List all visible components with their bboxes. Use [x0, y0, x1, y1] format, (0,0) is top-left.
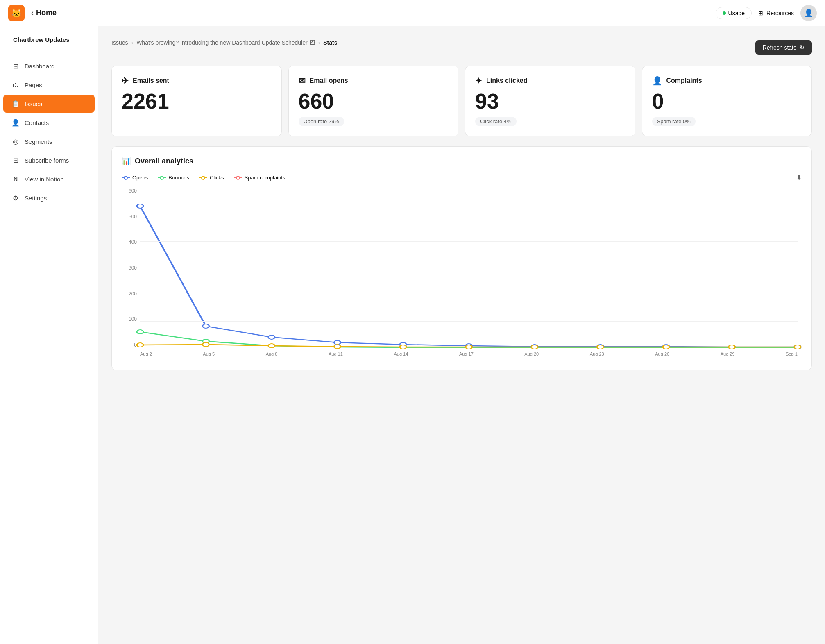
- x-axis-labels: Aug 2 Aug 5 Aug 8 Aug 11 Aug 14 Aug 17 A…: [140, 348, 798, 360]
- complaints-icon: 👤: [652, 76, 662, 86]
- refresh-stats-label: Refresh stats: [763, 44, 796, 51]
- complaints-label: Complaints: [666, 77, 702, 84]
- links-clicked-value: 93: [475, 91, 625, 112]
- chart-container: 600 500 400 300 200 100 0: [122, 188, 802, 360]
- clicks-legend-label: Clicks: [210, 175, 224, 181]
- breadcrumb-campaign: What's brewing? Introducing the new Dash…: [136, 39, 315, 46]
- x-label-aug11: Aug 11: [329, 351, 343, 356]
- grid-line-4: [140, 295, 798, 295]
- topbar: 🐱 ‹ Home Usage ⊞ Resources 👤: [0, 0, 825, 26]
- opens-legend-label: Opens: [132, 175, 148, 181]
- usage-dot-icon: [723, 11, 726, 15]
- stat-card-complaints: 👤 Complaints 0 Spam rate 0%: [642, 66, 812, 136]
- bounces-legend-label: Bounces: [168, 175, 189, 181]
- emails-sent-label: Emails sent: [133, 77, 169, 84]
- grid-lines: [140, 188, 798, 348]
- sidebar-brand: Chartbrew Updates: [5, 36, 78, 50]
- sidebar-item-dashboard[interactable]: ⊞ Dashboard: [3, 57, 95, 75]
- sidebar-nav: ⊞ Dashboard 🗂 Pages 📋 Issues 👤 Contacts …: [0, 57, 98, 207]
- y-label-100: 100: [129, 316, 137, 322]
- sidebar-item-issues[interactable]: 📋 Issues: [3, 95, 95, 113]
- sidebar-item-label: Pages: [25, 82, 42, 88]
- x-label-aug29: Aug 29: [721, 351, 735, 356]
- x-label-aug8: Aug 8: [266, 351, 278, 356]
- legend-opens: Opens: [122, 175, 148, 181]
- email-opens-icon: ✉: [299, 76, 306, 86]
- breadcrumb-current: Stats: [323, 39, 337, 46]
- sidebar-item-label: Segments: [25, 138, 52, 145]
- settings-icon: ⚙: [11, 194, 20, 202]
- open-rate-badge: Open rate 29%: [299, 117, 344, 126]
- contacts-icon: 👤: [11, 118, 20, 127]
- analytics-header: 📊 Overall analytics: [122, 156, 802, 166]
- sidebar-item-view-in-notion[interactable]: N View in Notion: [3, 170, 95, 188]
- stat-card-links-clicked: ✦ Links clicked 93 Click rate 4%: [465, 66, 635, 136]
- refresh-stats-button[interactable]: Refresh stats ↻: [755, 40, 812, 55]
- resources-button[interactable]: ⊞ Resources: [758, 10, 794, 16]
- svg-point-3: [160, 176, 163, 179]
- x-label-aug2: Aug 2: [140, 351, 152, 356]
- opens-legend-icon: [122, 175, 130, 180]
- spam-legend-icon: [234, 175, 242, 180]
- stat-card-header: 👤 Complaints: [652, 76, 802, 86]
- y-label-300: 300: [129, 265, 137, 271]
- legend-spam: Spam complaints: [234, 175, 286, 181]
- home-back-button[interactable]: ‹ Home: [31, 9, 57, 17]
- analytics-title: Overall analytics: [135, 157, 193, 166]
- sidebar-item-label: Subscribe forms: [25, 157, 69, 164]
- y-label-600: 600: [129, 188, 137, 194]
- y-label-200: 200: [129, 291, 137, 297]
- x-label-aug20: Aug 20: [524, 351, 539, 356]
- stat-card-header: ✉ Email opens: [299, 76, 449, 86]
- usage-label: Usage: [728, 10, 745, 16]
- breadcrumb-sep-2: ›: [318, 39, 320, 46]
- sidebar-item-contacts[interactable]: 👤 Contacts: [3, 113, 95, 132]
- logo: 🐱: [8, 5, 25, 21]
- breadcrumb-issues[interactable]: Issues: [111, 39, 128, 46]
- notion-icon: N: [11, 175, 20, 183]
- main-content: Issues › What's brewing? Introducing the…: [98, 26, 825, 644]
- bounces-legend-icon: [158, 175, 166, 180]
- x-label-aug26: Aug 26: [655, 351, 669, 356]
- chart-area: [140, 188, 798, 348]
- usage-button[interactable]: Usage: [716, 7, 752, 19]
- svg-point-1: [124, 176, 127, 179]
- y-axis-labels: 600 500 400 300 200 100 0: [122, 188, 140, 348]
- x-label-aug23: Aug 23: [590, 351, 604, 356]
- svg-point-5: [202, 176, 205, 179]
- links-clicked-label: Links clicked: [486, 77, 528, 84]
- download-icon[interactable]: ⬇: [796, 174, 802, 181]
- spam-rate-badge: Spam rate 0%: [652, 117, 696, 126]
- email-opens-value: 660: [299, 91, 449, 112]
- sidebar-item-label: Settings: [25, 195, 47, 202]
- sidebar: Chartbrew Updates ⊞ Dashboard 🗂 Pages 📋 …: [0, 26, 98, 644]
- resources-label: Resources: [766, 10, 794, 16]
- stat-card-emails-sent: ✈ Emails sent 2261: [111, 66, 282, 136]
- sidebar-item-pages[interactable]: 🗂 Pages: [3, 76, 95, 94]
- stats-grid: ✈ Emails sent 2261 ✉ Email opens 660 Ope…: [111, 66, 812, 136]
- grid-line-3: [140, 268, 798, 268]
- click-rate-badge: Click rate 4%: [475, 117, 517, 126]
- y-label-400: 400: [129, 239, 137, 245]
- stat-card-header: ✦ Links clicked: [475, 76, 625, 86]
- layout: Chartbrew Updates ⊞ Dashboard 🗂 Pages 📋 …: [0, 26, 825, 644]
- analytics-icon: 📊: [122, 156, 131, 166]
- user-avatar[interactable]: 👤: [800, 5, 817, 21]
- sidebar-item-label: Dashboard: [25, 63, 54, 70]
- sidebar-item-subscribe-forms[interactable]: ⊞ Subscribe forms: [3, 151, 95, 169]
- refresh-icon: ↻: [800, 44, 805, 51]
- email-opens-label: Email opens: [310, 77, 348, 84]
- back-arrow-icon: ‹: [31, 9, 34, 17]
- dashboard-icon: ⊞: [11, 62, 20, 70]
- spam-legend-label: Spam complaints: [245, 175, 286, 181]
- sidebar-item-label: View in Notion: [25, 176, 64, 183]
- issues-icon: 📋: [11, 100, 20, 108]
- grid-line-2: [140, 241, 798, 242]
- sidebar-item-segments[interactable]: ◎ Segments: [3, 132, 95, 150]
- emails-sent-icon: ✈: [122, 76, 129, 86]
- resources-icon: ⊞: [758, 10, 763, 16]
- legend-clicks: Clicks: [199, 175, 224, 181]
- sidebar-item-settings[interactable]: ⚙ Settings: [3, 189, 95, 207]
- home-label: Home: [36, 9, 57, 17]
- x-label-aug17: Aug 17: [459, 351, 474, 356]
